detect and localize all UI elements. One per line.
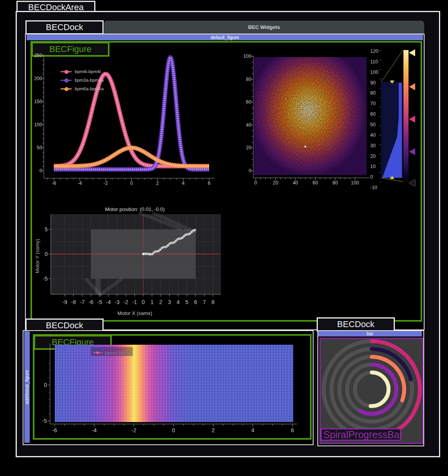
scan-legend[interactable]: bpm4i-bpm4i: [91, 347, 133, 356]
legend-marker: [61, 71, 72, 72]
motor-xtick: -4: [106, 299, 111, 305]
legend-label: bpm3a-bpm3a: [75, 78, 104, 82]
motor-ytick: 0: [45, 251, 48, 257]
motor-xtick: -3: [115, 299, 119, 305]
heatmap-ytick: 60: [246, 99, 251, 105]
colorbar-tick: 70: [370, 101, 376, 106]
scan-ytick: 0: [44, 382, 47, 388]
legend-label: bpm4i-bpm4i: [105, 351, 131, 355]
waveform-xtick: -6: [52, 181, 56, 186]
scan-xtick: 4: [251, 427, 254, 433]
motor-ytick: 5: [45, 226, 48, 233]
motor-xtick: 4: [177, 299, 180, 305]
lut-handle[interactable]: [409, 116, 415, 123]
scan-xtick: 6: [291, 427, 294, 433]
colorbar-tick: 10: [370, 164, 376, 169]
legend-marker: [61, 80, 72, 81]
colorbar-tick: 50: [370, 122, 376, 127]
scan-xtick: 0: [172, 427, 175, 433]
heatmap-xtick: 80: [332, 180, 338, 186]
heatmap-ytick: 0: [249, 168, 251, 174]
waveform-xtick: 2: [156, 181, 159, 186]
legend-label: bpm6a-bpm6a: [75, 86, 104, 91]
heatmap-ytick: 20: [246, 145, 251, 150]
motor-xtick: 3: [168, 299, 171, 305]
motor-xtick: 5: [185, 299, 188, 305]
dock-label-bottom-right-text: BECDock: [337, 319, 374, 329]
colorbar-tick: 60: [370, 111, 376, 117]
waveform-xtick: -4: [77, 181, 82, 186]
waveform-xtick: -2: [104, 181, 108, 186]
spiral-progress-label-text: SpiralProgressBar: [323, 429, 403, 440]
bec-app-window: BECDockArea BEC Widgets BECDock default_…: [0, 0, 448, 476]
waveform-xtick: 4: [182, 181, 185, 186]
waveform-ytick: 100: [34, 122, 42, 127]
scan-ytick: -5: [42, 418, 47, 424]
colorbar-tick: 40: [370, 132, 376, 138]
motor-xtick: -9: [63, 299, 67, 305]
motor-xtick: -1: [132, 299, 137, 305]
heatmap-ytick: 100: [243, 54, 251, 59]
legend-label: bpm4i-bpm4i: [75, 69, 100, 74]
spiral-progress-rings: [321, 339, 422, 443]
dock-label-bottom-left-text: BECDock: [46, 320, 83, 331]
motor-map-canvas: [43, 211, 227, 313]
dock-titlebar-bar[interactable]: bar: [318, 331, 422, 336]
lut-handle[interactable]: [409, 83, 415, 90]
lut-handle[interactable]: [409, 179, 415, 186]
colorbar-tick: 90: [370, 80, 376, 86]
heatmap-ytick: 80: [246, 77, 251, 82]
lut-handle[interactable]: [409, 49, 415, 56]
spiral-progress-label: SpiralProgressBar: [321, 428, 401, 441]
colorbar-tick: -10: [370, 185, 377, 190]
waveform-xtick: 0: [130, 181, 133, 186]
legend-marker: [93, 353, 102, 353]
waveform-ytick: 150: [34, 99, 42, 104]
waveform-ytick: 50: [37, 145, 42, 150]
scan-xtick: 2: [211, 427, 215, 433]
heatmap-xtick: 100: [351, 180, 359, 186]
legend-marker: [61, 88, 72, 89]
dock-titlebar-additional-figure[interactable]: additional_figure: [24, 331, 30, 443]
motor-map-ylabel: Motor Y (samy): [34, 239, 40, 273]
legend-item[interactable]: bpm3a-bpm3a: [61, 76, 104, 84]
motor-xtick: 2: [159, 299, 162, 305]
waveform-ytick: 200: [34, 76, 42, 81]
scan-xtick: -6: [52, 427, 57, 433]
colorbar-tick: 30: [370, 143, 376, 149]
legend-item[interactable]: bpm6a-bpm6a: [61, 84, 104, 93]
waveform-ytick: 0: [39, 168, 42, 174]
lut-handle[interactable]: [409, 148, 415, 155]
waveform-legend: bpm4i-bpm4i bpm3a-bpm3a bpm6a-bpm6a: [61, 67, 104, 93]
motor-xtick: 0: [142, 299, 145, 305]
legend-item[interactable]: bpm4i-bpm4i: [61, 67, 104, 76]
motor-xtick: 7: [203, 299, 206, 305]
motor-xtick: 8: [211, 299, 215, 305]
motor-ytick: -5: [43, 276, 48, 282]
heatmap-xtick: 40: [293, 180, 298, 186]
scan-canvas: [39, 340, 305, 430]
waveform-canvas: [0, 0, 235, 191]
scan-xtick: -4: [92, 427, 97, 433]
colorbar-tick: 110: [370, 59, 378, 64]
motor-xtick: -2: [124, 299, 128, 305]
heatmap-xtick: 0: [254, 180, 257, 186]
colorbar-tick: 20: [370, 154, 376, 159]
colorbar-tick: 0: [370, 174, 373, 180]
motor-xtick: -6: [88, 299, 93, 305]
heatmap-axes-canvas: [238, 51, 379, 188]
motor-xtick: -7: [80, 299, 84, 305]
heatmap-xtick: 20: [273, 180, 278, 186]
waveform-xtick: 6: [208, 181, 211, 186]
heatmap-ytick: 40: [246, 122, 251, 128]
tab-bec-widgets-label: BEC Widgets: [248, 24, 280, 30]
motor-xtick: -8: [71, 299, 76, 305]
heatmap-xtick: 60: [312, 180, 318, 186]
colorbar-tick: 80: [370, 90, 376, 96]
dock-label-bottom-right: BECDock: [317, 317, 395, 331]
motor-xtick: 1: [151, 299, 154, 305]
motor-xtick: -5: [97, 299, 102, 305]
dock-titlebar-bar-text: bar: [367, 331, 373, 336]
scan-xtick: -2: [131, 427, 136, 433]
motor-xtick: 6: [194, 299, 197, 305]
